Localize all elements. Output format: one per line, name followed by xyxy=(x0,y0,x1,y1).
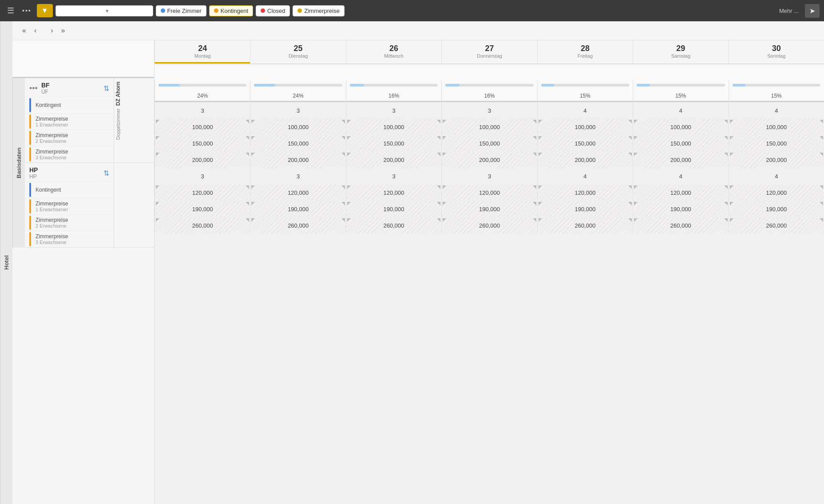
legend-closed[interactable]: Closed xyxy=(256,5,290,16)
col-header-24[interactable]: 24 Montag xyxy=(154,40,250,63)
cell-value: 4 xyxy=(775,107,778,114)
room-0-row-0-col-3[interactable]: 3 xyxy=(441,102,537,118)
room-0-row-3-col-2[interactable]: 200,000 xyxy=(346,152,441,168)
col-header-29[interactable]: 29 Samstag xyxy=(633,40,728,63)
nav-next-next-button[interactable]: » xyxy=(59,26,68,35)
room-0-row-2-col-1[interactable]: 150,000 xyxy=(250,135,345,151)
room-1-row-1-col-4[interactable]: 120,000 xyxy=(537,185,633,201)
cell-value: 3 xyxy=(392,107,395,114)
room-0-row-2-col-6[interactable]: 150,000 xyxy=(729,135,824,151)
mehr-button[interactable]: Mehr ... xyxy=(776,6,802,16)
room-bf-header: ••• BF ÜF ⇅ xyxy=(25,78,114,97)
room-1-row-2-col-3[interactable]: 190,000 xyxy=(441,201,537,217)
corner-mark-right xyxy=(533,120,536,123)
nav-next-button[interactable]: › xyxy=(48,26,55,35)
corner-mark-left xyxy=(634,218,638,222)
col-header-27[interactable]: 27 Donnerstag xyxy=(441,40,537,63)
room-1-row-1-col-5[interactable]: 120,000 xyxy=(633,185,728,201)
cell-value: 190,000 xyxy=(670,206,691,213)
room-0-row-1-col-0[interactable]: 100,000 xyxy=(154,119,250,135)
room-1-row-1-col-3[interactable]: 120,000 xyxy=(441,185,537,201)
room-1-row-2-col-2[interactable]: 190,000 xyxy=(346,201,441,217)
legend-zimmerpreise[interactable]: Zimmerpreise xyxy=(293,5,344,16)
room-1-row-0-col-1[interactable]: 3 xyxy=(250,168,345,184)
legend-freie-zimmer[interactable]: Freie Zimmer xyxy=(156,5,206,16)
room-0-row-1-col-6[interactable]: 100,000 xyxy=(729,119,824,135)
col-header-26[interactable]: 26 Mittwoch xyxy=(346,40,441,63)
room-1-row-3-col-3[interactable]: 260,000 xyxy=(441,217,537,233)
room-1-row-2-col-0[interactable]: 190,000 xyxy=(154,201,250,217)
corner-mark-left xyxy=(730,153,733,156)
room-1-row-3-col-5[interactable]: 260,000 xyxy=(633,217,728,233)
room-1-row-0-col-2[interactable]: 3 xyxy=(346,168,441,184)
corner-mark-left xyxy=(443,120,446,123)
room-1-row-1-col-6[interactable]: 120,000 xyxy=(729,185,824,201)
menu-button[interactable]: ☰ xyxy=(4,4,17,17)
corner-mark-left xyxy=(730,136,733,140)
room-0-row-1-col-1[interactable]: 100,000 xyxy=(250,119,345,135)
room-0-row-0-col-2[interactable]: 3 xyxy=(346,102,441,118)
corner-mark-right xyxy=(628,120,632,123)
room-1-row-3-col-4[interactable]: 260,000 xyxy=(537,217,633,233)
room-1-row-1-col-2[interactable]: 120,000 xyxy=(346,185,441,201)
cell-value: 150,000 xyxy=(192,140,213,147)
room-0-row-3-col-0[interactable]: 200,000 xyxy=(154,152,250,168)
room-1-row-1-col-0[interactable]: 120,000 xyxy=(154,185,250,201)
nav-prev-button[interactable]: ‹ xyxy=(32,26,39,35)
room-1-row-3-col-0[interactable]: 260,000 xyxy=(154,217,250,233)
room-0-row-2-col-3[interactable]: 150,000 xyxy=(441,135,537,151)
room-1-row-3-col-1[interactable]: 260,000 xyxy=(250,217,345,233)
dots-button[interactable]: ••• xyxy=(20,5,34,16)
room-0-row-3-col-6[interactable]: 200,000 xyxy=(729,152,824,168)
room-0-row-3-col-5[interactable]: 200,000 xyxy=(633,152,728,168)
room-0-row-2-col-4[interactable]: 150,000 xyxy=(537,135,633,151)
room-0-row-1-col-5[interactable]: 100,000 xyxy=(633,119,728,135)
hotel-progress-cell-0 xyxy=(154,80,250,90)
room-1-row-2-col-5[interactable]: 190,000 xyxy=(633,201,728,217)
nav-prev-prev-button[interactable]: « xyxy=(20,26,29,35)
col-header-30[interactable]: 30 Sonntag xyxy=(729,40,824,63)
cell-value: 150,000 xyxy=(288,140,309,147)
room-0-row-0-col-5[interactable]: 4 xyxy=(633,102,728,118)
room-0-row-1-col-2[interactable]: 100,000 xyxy=(346,119,441,135)
col-header-25[interactable]: 25 Dienstag xyxy=(250,40,345,63)
room-0-row-3-col-1[interactable]: 200,000 xyxy=(250,152,345,168)
hotel-pct-4: 15% xyxy=(539,93,632,99)
room-0-row-0-col-0[interactable]: 3 xyxy=(154,102,250,118)
room-0-row-0-col-6[interactable]: 4 xyxy=(729,102,824,118)
room-bf-dots[interactable]: ••• xyxy=(29,84,38,93)
room-0-row-2-col-0[interactable]: 150,000 xyxy=(154,135,250,151)
legend-kontingent[interactable]: Kontingent xyxy=(209,5,253,16)
room-1-row-3-col-2[interactable]: 260,000 xyxy=(346,217,441,233)
direction-button[interactable]: ➤ xyxy=(805,4,820,18)
col-header-28[interactable]: 28 Freitag xyxy=(537,40,633,63)
filter-button[interactable]: ▼ xyxy=(37,4,53,17)
room-0-row-2-col-5[interactable]: 150,000 xyxy=(633,135,728,151)
room-1-row-0-col-5[interactable]: 4 xyxy=(633,168,728,184)
room-1-row-3-col-6[interactable]: 260,000 xyxy=(729,217,824,233)
headphone-icon-bf[interactable]: ⇅ xyxy=(103,85,109,92)
corner-mark-left xyxy=(539,185,542,189)
room-1-row-0-col-4[interactable]: 4 xyxy=(537,168,633,184)
room-1-row-0-col-0[interactable]: 3 xyxy=(154,168,250,184)
room-0-row-3-col-4[interactable]: 200,000 xyxy=(537,152,633,168)
day-num-28: 28 xyxy=(539,44,631,53)
room-0-row-0-col-1[interactable]: 3 xyxy=(250,102,345,118)
room-0-row-1-col-4[interactable]: 100,000 xyxy=(537,119,633,135)
headphone-icon-hp[interactable]: ⇅ xyxy=(103,169,109,177)
room-0-row-2-col-2[interactable]: 150,000 xyxy=(346,135,441,151)
cell-value: 190,000 xyxy=(766,206,787,213)
price3-label-1: Zimmerpreise xyxy=(36,149,68,155)
room-0-row-0-col-4[interactable]: 4 xyxy=(537,102,633,118)
room-1-row-1-col-1[interactable]: 120,000 xyxy=(250,185,345,201)
corner-mark-left xyxy=(156,120,159,123)
corner-mark-left xyxy=(443,136,446,140)
room-1-row-2-col-6[interactable]: 190,000 xyxy=(729,201,824,217)
room-1-row-0-col-6[interactable]: 4 xyxy=(729,168,824,184)
channel-dropdown[interactable]: ▾ xyxy=(55,5,153,16)
room-0-row-1-col-3[interactable]: 100,000 xyxy=(441,119,537,135)
room-1-row-0-col-3[interactable]: 3 xyxy=(441,168,537,184)
room-0-row-3-col-3[interactable]: 200,000 xyxy=(441,152,537,168)
room-1-row-2-col-1[interactable]: 190,000 xyxy=(250,201,345,217)
room-1-row-2-col-4[interactable]: 190,000 xyxy=(537,201,633,217)
